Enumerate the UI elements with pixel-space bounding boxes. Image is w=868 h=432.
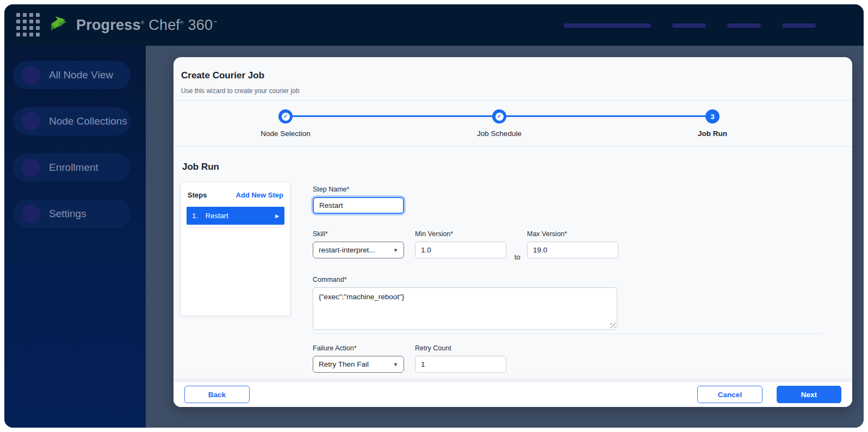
next-button[interactable]: Next <box>777 386 841 403</box>
chevron-down-icon: ▼ <box>393 362 398 367</box>
card-header: Create Courier Job Use this wizard to cr… <box>173 57 852 101</box>
step-job-run-active[interactable]: 3 <box>705 109 720 124</box>
chevron-right-icon: ▶ <box>275 213 279 219</box>
progress-logo-icon <box>49 14 71 36</box>
sidebar-item-icon <box>22 205 40 223</box>
check-icon: ✓ <box>282 113 290 121</box>
step-name-label: Step Name* <box>313 186 404 193</box>
sidebar-item-icon <box>22 158 40 177</box>
topnav-placeholder-3[interactable] <box>727 23 761 28</box>
max-version-input[interactable] <box>527 242 618 258</box>
sidebar-item-label: Node Collections <box>49 115 127 127</box>
topnav-placeholder-2[interactable] <box>672 23 706 28</box>
version-range-to-label: to <box>514 253 520 261</box>
max-version-field-group: Max Version* <box>527 230 618 258</box>
step-node-selection-completed[interactable]: ✓ <box>278 109 293 124</box>
form-divider <box>313 334 821 334</box>
step-name-field-group: Step Name* <box>313 186 404 214</box>
section-title-job-run: Job Run <box>182 162 219 172</box>
wizard-footer: Back Cancel Next <box>173 382 852 407</box>
sidebar-item-icon <box>22 112 40 131</box>
resize-handle-icon[interactable] <box>610 323 616 328</box>
failure-action-label: Failure Action* <box>313 344 404 352</box>
app-window: Progress® Chef® 360℠ All Node View Node … <box>4 4 864 428</box>
command-textarea[interactable]: {"exec":"machine_reboot"} <box>313 287 617 330</box>
steps-panel: Steps Add New Step 1. Restart ▶ <box>181 182 290 316</box>
command-label: Command* <box>313 276 617 283</box>
logo-text: Progress® Chef® 360℠ <box>76 17 218 34</box>
step-name-input[interactable] <box>313 197 404 214</box>
sidebar-item-node-collections[interactable]: Node Collections <box>13 107 131 135</box>
skill-select[interactable]: restart-interpret... ▼ <box>313 242 404 258</box>
add-new-step-link[interactable]: Add New Step <box>236 191 283 199</box>
sidebar-item-label: Enrollment <box>49 162 98 174</box>
max-version-label: Max Version* <box>527 230 618 238</box>
skill-field-group: Skill* restart-interpret... ▼ <box>313 230 404 258</box>
back-button[interactable]: Back <box>184 386 250 403</box>
retry-count-label: Retry Count <box>415 344 506 352</box>
wizard-stepper: ✓ Node Selection ✓ Job Schedule 3 Job Ru… <box>173 101 852 147</box>
sidebar-item-label: Settings <box>49 208 86 220</box>
step-label-job-run: Job Run <box>698 129 727 138</box>
steps-panel-header: Steps Add New Step <box>181 182 290 206</box>
app-launcher-grid-icon[interactable] <box>16 13 41 38</box>
page-subtitle: Use this wizard to create your courier j… <box>181 87 299 95</box>
step-label-node-selection: Node Selection <box>261 129 311 138</box>
retry-count-input[interactable] <box>415 356 506 373</box>
cancel-button[interactable]: Cancel <box>697 386 762 403</box>
create-courier-job-card: Create Courier Job Use this wizard to cr… <box>173 57 852 407</box>
retry-count-field-group: Retry Count <box>415 344 506 373</box>
sidebar-item-label: All Node View <box>49 69 113 81</box>
step-label-job-schedule: Job Schedule <box>477 129 522 138</box>
sidebar-item-all-node-view[interactable]: All Node View <box>13 61 131 89</box>
sidebar-item-icon <box>22 66 40 84</box>
min-version-label: Min Version* <box>415 230 506 238</box>
min-version-input[interactable] <box>415 242 506 258</box>
steps-panel-title: Steps <box>188 191 207 199</box>
sidebar: All Node View Node Collections Enrollmen… <box>4 46 146 428</box>
page-title: Create Courier Job <box>181 70 264 81</box>
topnav-placeholder-4[interactable] <box>782 23 816 28</box>
step-item-label: Restart <box>206 212 275 220</box>
progress-chef-360-logo: Progress® Chef® 360℠ <box>49 14 218 36</box>
chevron-down-icon: ▼ <box>393 248 398 253</box>
sidebar-item-settings[interactable]: Settings <box>13 200 131 228</box>
check-icon: ✓ <box>495 113 504 121</box>
command-textarea-wrap: {"exec":"machine_reboot"} <box>313 287 617 330</box>
step-list-item-restart[interactable]: 1. Restart ▶ <box>187 207 284 225</box>
topnav-placeholder-1[interactable] <box>563 23 651 28</box>
command-field-group: Command* {"exec":"machine_reboot"} <box>313 276 617 330</box>
sidebar-item-enrollment[interactable]: Enrollment <box>13 153 131 182</box>
top-bar: Progress® Chef® 360℠ <box>4 4 864 46</box>
failure-action-field-group: Failure Action* Retry Then Fail ▼ <box>313 344 404 373</box>
failure-action-select-value: Retry Then Fail <box>319 360 369 368</box>
skill-label: Skill* <box>313 230 404 238</box>
skill-select-value: restart-interpret... <box>319 246 375 254</box>
failure-action-select[interactable]: Retry Then Fail ▼ <box>313 356 404 373</box>
step-item-divider <box>187 227 284 227</box>
min-version-field-group: Min Version* <box>415 230 506 258</box>
step-job-schedule-completed[interactable]: ✓ <box>492 109 506 124</box>
step-item-index: 1. <box>192 212 198 220</box>
